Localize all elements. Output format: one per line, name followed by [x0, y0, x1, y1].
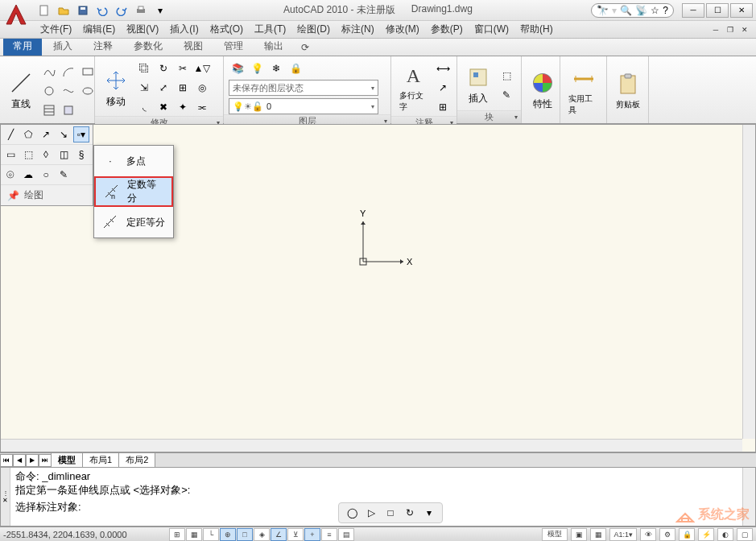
ltab-first-icon[interactable]: ⏮	[0, 454, 13, 467]
tab-insert[interactable]: 插入	[43, 37, 82, 56]
snap-mode-button[interactable]: ⊞	[169, 528, 185, 541]
anno-visibility-icon[interactable]: 👁	[640, 528, 656, 541]
spline-icon[interactable]	[60, 82, 77, 100]
clean-screen-icon[interactable]: ▢	[737, 528, 753, 541]
mdi-minimize[interactable]: ─	[709, 24, 722, 35]
tab-home[interactable]: 常用	[3, 37, 42, 56]
tb-helix-icon[interactable]: §	[73, 147, 89, 163]
layer-state-combo[interactable]: 未保存的图层状态 ▾	[229, 80, 378, 96]
pin-icon[interactable]: 📌	[7, 190, 19, 201]
tb-point-icon[interactable]: ▫▾	[73, 126, 89, 142]
tb-sketch-icon[interactable]: ✎	[56, 167, 72, 183]
explode-icon[interactable]: ✦	[174, 98, 192, 116]
menu-dimension[interactable]: 标注(N)	[341, 23, 374, 36]
tb-3d-icon[interactable]: ◫	[56, 147, 72, 163]
layer-props-icon[interactable]: 📚	[229, 60, 246, 77]
ducs-button[interactable]: ⊻	[287, 528, 304, 541]
close-button[interactable]: ✕	[730, 3, 753, 18]
tb-region-icon[interactable]: ⬚	[20, 147, 36, 163]
region-icon[interactable]	[60, 101, 77, 119]
layer-on-icon[interactable]: 💡	[248, 60, 266, 77]
mdi-close[interactable]: ✕	[738, 24, 751, 35]
copy-icon[interactable]: ⿻	[135, 60, 153, 77]
utilities-button[interactable]: 实用工具	[565, 64, 601, 118]
osnap-button[interactable]: □	[237, 528, 253, 541]
qat-new-icon[interactable]	[35, 2, 53, 19]
menu-item-divide[interactable]: n 定数等分	[94, 176, 173, 207]
dyn-button[interactable]: +	[304, 528, 320, 541]
menu-view[interactable]: 视图(V)	[126, 23, 159, 36]
qview-drawings-icon[interactable]: ▦	[590, 528, 606, 541]
block-edit-icon[interactable]: ✎	[498, 86, 515, 104]
ortho-button[interactable]: └	[203, 528, 219, 541]
tb-donut-icon[interactable]: ⦾	[2, 167, 19, 183]
qat-print-icon[interactable]	[132, 2, 150, 19]
clipboard-button[interactable]: 剪贴板	[612, 70, 644, 112]
menu-item-measure[interactable]: 定距等分	[94, 207, 173, 237]
menu-draw[interactable]: 绘图(D)	[297, 23, 330, 36]
menu-parametric[interactable]: 参数(P)	[431, 23, 463, 36]
ws-switch-icon[interactable]: ⚙	[659, 528, 675, 541]
layer-lock-icon[interactable]: 🔒	[287, 60, 304, 77]
properties-button[interactable]: 特性	[527, 68, 559, 113]
nav-drop-icon[interactable]: ▾	[421, 505, 437, 521]
qat-undo-icon[interactable]	[93, 2, 111, 19]
menu-format[interactable]: 格式(O)	[210, 23, 243, 36]
qat-open-icon[interactable]	[55, 2, 72, 19]
rotate-icon[interactable]: ↻	[155, 60, 172, 77]
nav-refresh-icon[interactable]: ↻	[402, 505, 418, 521]
insert-block-button[interactable]: 插入	[462, 63, 494, 107]
tb-wipeout-icon[interactable]: ◊	[38, 147, 54, 163]
tab-manage[interactable]: 管理	[214, 37, 253, 56]
erase-icon[interactable]: ✖	[155, 98, 172, 116]
menu-tools[interactable]: 工具(T)	[254, 23, 286, 36]
minimize-button[interactable]: ─	[682, 3, 704, 18]
layout-tab-1[interactable]: 布局1	[82, 452, 119, 468]
tab-annotate[interactable]: 注释	[84, 37, 122, 56]
horizontal-scrollbar[interactable]	[1, 439, 742, 452]
layout-tab-model[interactable]: 模型	[51, 452, 83, 468]
3dosnap-button[interactable]: ◈	[254, 528, 270, 541]
tb-circle2-icon[interactable]: ○	[38, 167, 54, 183]
grid-button[interactable]: ▦	[186, 528, 202, 541]
cmd-grip[interactable]: ⋮✕	[1, 468, 10, 526]
polar-button[interactable]: ⊕	[220, 528, 236, 541]
tab-extra-icon[interactable]: ⟳	[295, 39, 316, 56]
move-button[interactable]: 移动	[100, 66, 132, 110]
app-logo[interactable]	[3, 2, 29, 27]
menu-insert[interactable]: 插入(I)	[170, 23, 198, 36]
arc-icon[interactable]	[60, 63, 77, 81]
infocenter-search[interactable]: 🔭 ▾ 🔍 📡 ☆ ?	[591, 3, 674, 18]
offset-icon[interactable]: ◎	[193, 79, 211, 97]
model-space-button[interactable]: 模型	[542, 528, 568, 541]
ltab-next-icon[interactable]: ▶	[26, 454, 39, 467]
line-button[interactable]: 直线	[5, 68, 37, 113]
maximize-button[interactable]: ☐	[706, 3, 729, 18]
tab-output[interactable]: 输出	[254, 37, 293, 56]
vertical-scrollbar[interactable]	[742, 125, 755, 439]
menu-help[interactable]: 帮助(H)	[520, 23, 553, 36]
toolbar-lock-icon[interactable]: 🔒	[679, 528, 695, 541]
mtext-button[interactable]: A 多行文字	[396, 61, 431, 114]
tb-polygon-icon[interactable]: ⬠	[20, 126, 36, 142]
menu-modify[interactable]: 修改(M)	[386, 23, 419, 36]
mdi-restore[interactable]: ❐	[724, 24, 737, 35]
nav-play-icon[interactable]: ▷	[363, 505, 379, 521]
tb-xline-icon[interactable]: ↗	[38, 126, 54, 142]
menu-window[interactable]: 窗口(W)	[474, 23, 509, 36]
tb-revision-icon[interactable]: ☁	[20, 167, 36, 183]
menu-file[interactable]: 文件(F)	[40, 23, 72, 36]
qat-redo-icon[interactable]	[113, 2, 130, 19]
pline-icon[interactable]	[40, 63, 58, 81]
qp-button[interactable]: ▤	[338, 528, 354, 541]
trim-icon[interactable]: ✂	[174, 60, 192, 77]
circle-icon[interactable]	[40, 82, 58, 100]
ellipse-icon[interactable]	[79, 82, 97, 100]
menu-edit[interactable]: 编辑(E)	[83, 23, 115, 36]
layer-current-combo[interactable]: 💡☀🔓0 ▾	[229, 98, 378, 114]
mirror-icon[interactable]: ▲▽	[193, 60, 211, 77]
isolate-icon[interactable]: ◐	[717, 528, 733, 541]
ltab-last-icon[interactable]: ⏭	[39, 454, 52, 467]
tab-parametric[interactable]: 参数化	[124, 37, 172, 56]
lwt-button[interactable]: ≡	[321, 528, 337, 541]
